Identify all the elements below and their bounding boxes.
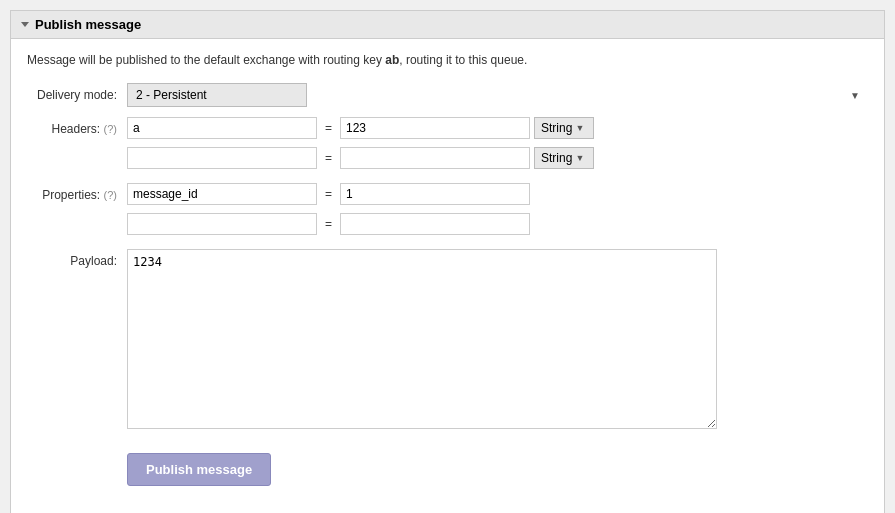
properties-row: Properties: (?) = = — [27, 183, 868, 239]
header-row-1: = String▼ — [127, 117, 868, 139]
payload-content: 1234 — [127, 249, 868, 429]
prop-value-1[interactable] — [340, 183, 530, 205]
type-btn-arrow-icon-2: ▼ — [575, 153, 584, 163]
payload-row: Payload: 1234 — [27, 249, 868, 429]
delivery-mode-content: 1 - Non-persistent 2 - Persistent ▼ — [127, 83, 868, 107]
properties-label: Properties: (?) — [27, 183, 127, 202]
delivery-select-arrow-icon: ▼ — [850, 90, 860, 101]
properties-help-icon[interactable]: (?) — [104, 189, 117, 201]
prop-row-2: = — [127, 213, 868, 235]
delivery-select-wrapper: 1 - Non-persistent 2 - Persistent ▼ — [127, 83, 868, 107]
headers-label: Headers: (?) — [27, 117, 127, 136]
panel-header: Publish message — [11, 11, 884, 39]
properties-content: = = — [127, 183, 868, 239]
equals-1: = — [321, 121, 336, 135]
delivery-mode-select[interactable]: 1 - Non-persistent 2 - Persistent — [127, 83, 307, 107]
prop-value-2[interactable] — [340, 213, 530, 235]
type-btn-arrow-icon-1: ▼ — [575, 123, 584, 133]
header-value-1[interactable] — [340, 117, 530, 139]
prop-row-1: = — [127, 183, 868, 205]
header-type-btn-2[interactable]: String▼ — [534, 147, 594, 169]
prop-key-1[interactable] — [127, 183, 317, 205]
payload-label: Payload: — [27, 249, 127, 268]
collapse-icon[interactable] — [21, 22, 29, 27]
headers-help-icon[interactable]: (?) — [104, 123, 117, 135]
prop-equals-1: = — [321, 187, 336, 201]
payload-textarea[interactable]: 1234 — [127, 249, 717, 429]
prop-equals-2: = — [321, 217, 336, 231]
publish-button-row: Publish message — [27, 439, 868, 486]
panel-body: Message will be published to the default… — [11, 39, 884, 498]
info-text: Message will be published to the default… — [27, 51, 868, 69]
equals-2: = — [321, 151, 336, 165]
header-key-1[interactable] — [127, 117, 317, 139]
publish-message-panel: Publish message Message will be publishe… — [10, 10, 885, 513]
publish-message-button[interactable]: Publish message — [127, 453, 271, 486]
panel-title: Publish message — [35, 17, 141, 32]
delivery-mode-label: Delivery mode: — [27, 83, 127, 102]
headers-content: = String▼ = String▼ — [127, 117, 868, 173]
header-value-2[interactable] — [340, 147, 530, 169]
prop-key-2[interactable] — [127, 213, 317, 235]
header-row-2: = String▼ — [127, 147, 868, 169]
header-type-btn-1[interactable]: String▼ — [534, 117, 594, 139]
delivery-mode-row: Delivery mode: 1 - Non-persistent 2 - Pe… — [27, 83, 868, 107]
headers-row: Headers: (?) = String▼ = — [27, 117, 868, 173]
header-key-2[interactable] — [127, 147, 317, 169]
